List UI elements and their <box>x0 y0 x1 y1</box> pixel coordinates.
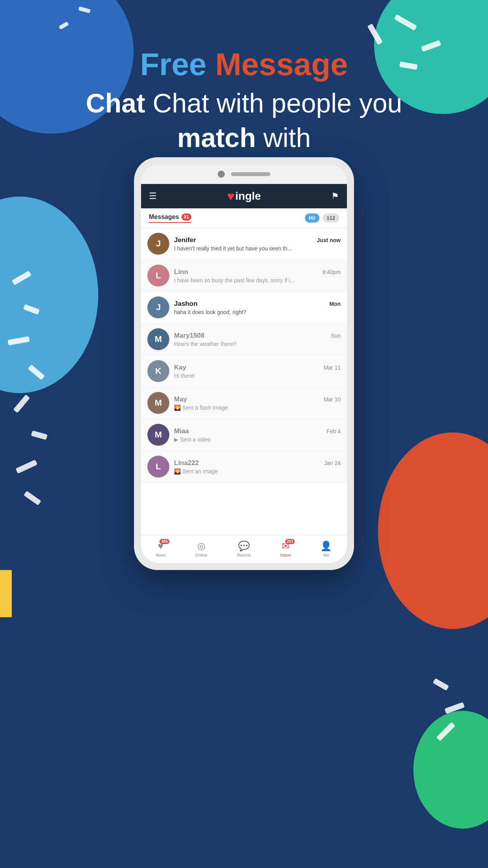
speaker <box>231 172 270 176</box>
message-name: Jashon <box>174 300 198 308</box>
message-time: Mon <box>329 301 341 307</box>
nav-item-online[interactable]: ◎Online <box>195 541 207 557</box>
message-content: Mary1508SunHow's the weather there? <box>174 332 341 347</box>
phone-inner: ☰ ♥ ingle ⚑ Messages 91 Hi! 112 <box>141 164 347 563</box>
avatar: L <box>147 265 169 287</box>
nav-item-me[interactable]: 👤Me <box>320 541 332 557</box>
messages-list: JJeniferJust nowI haven't really tried i… <box>141 228 347 535</box>
message-item[interactable]: MMayMar 10🌄 Sent a flash image <box>141 387 347 419</box>
nav-item-inbox[interactable]: ✉203Inbox <box>280 541 291 557</box>
app-logo-text: ingle <box>235 190 261 202</box>
menu-icon[interactable]: ☰ <box>149 191 157 201</box>
message-content: JashonMonhaha it does look good, right? <box>174 300 341 315</box>
bg-yellow-bar <box>0 570 12 617</box>
headline-message: Message <box>215 47 348 82</box>
message-preview: I haven't really tried it yet but have y… <box>174 245 341 252</box>
camera <box>218 171 225 178</box>
message-item[interactable]: MMiaaFeb 4▶ Sent a video <box>141 419 347 451</box>
avatar: J <box>147 233 169 255</box>
subheadline-line3: match with <box>0 120 488 155</box>
nav-item-meet[interactable]: ♥465Meet <box>156 541 165 557</box>
message-preview: 🌄 Sent a flash image <box>174 405 341 411</box>
message-name: Lina222 <box>174 459 199 467</box>
message-name: Kay <box>174 364 186 371</box>
message-content: Lina222Jan 24🌄 Sent an image <box>174 459 341 474</box>
message-name: Linn <box>174 268 188 276</box>
bg-circle-green <box>413 711 488 829</box>
message-preview: haha it does look good, right? <box>174 309 341 315</box>
bg-circle-red <box>378 432 488 629</box>
avatar: J <box>147 296 169 318</box>
message-preview: 🌄 Sent an image <box>174 468 341 474</box>
message-preview: Hi there! <box>174 373 341 379</box>
message-name: Jenifer <box>174 236 196 244</box>
message-preview: How's the weather there? <box>174 341 341 347</box>
num-badge[interactable]: 112 <box>323 213 339 223</box>
tab-messages-label: Messages <box>149 213 179 221</box>
meet-nav-label: Meet <box>156 553 165 557</box>
message-name: May <box>174 395 187 403</box>
online-nav-label: Online <box>195 553 207 557</box>
bottom-nav: ♥465Meet◎Online💬Rooms✉203Inbox👤Me <box>141 535 347 563</box>
headline: Free Message <box>0 47 488 82</box>
message-content: Linn9:40pmI have been so busy the past f… <box>174 268 341 283</box>
inbox-nav-label: Inbox <box>280 553 291 557</box>
avatar: M <box>147 328 169 350</box>
message-time: Sun <box>331 333 341 339</box>
avatar: M <box>147 392 169 414</box>
message-time: Just now <box>317 237 341 243</box>
message-name: Miaa <box>174 427 189 435</box>
tab-messages[interactable]: Messages 91 <box>149 213 191 223</box>
message-time: 9:40pm <box>322 269 341 275</box>
message-item[interactable]: LLina222Jan 24🌄 Sent an image <box>141 451 347 483</box>
phone-frame: ☰ ♥ ingle ⚑ Messages 91 Hi! 112 <box>134 157 354 570</box>
message-item[interactable]: JJeniferJust nowI haven't really tried i… <box>141 228 347 260</box>
photo-icon: 🌄 <box>174 468 182 474</box>
app-logo: ♥ ingle <box>227 189 261 204</box>
phone-notch <box>141 164 347 184</box>
tab-messages-badge: 91 <box>182 213 191 221</box>
inbox-nav-icon: ✉203 <box>282 541 290 552</box>
bg-circle-light-blue <box>0 197 98 393</box>
tab-icons: Hi! 112 <box>305 213 339 223</box>
video-icon: ▶ <box>174 436 180 443</box>
photo-icon: 🌄 <box>174 405 182 411</box>
message-content: KayMar 11Hi there! <box>174 364 341 379</box>
header-area: Free Message Chat Chat with people you m… <box>0 47 488 155</box>
message-item[interactable]: JJashonMonhaha it does look good, right? <box>141 292 347 324</box>
message-preview: I have been so busy the past few days, s… <box>174 277 341 283</box>
meet-nav-icon: ♥465 <box>158 541 163 552</box>
avatar: K <box>147 360 169 382</box>
headline-free: Free <box>140 47 206 82</box>
message-time: Mar 10 <box>323 396 341 403</box>
me-nav-icon: 👤 <box>320 541 332 552</box>
tab-bar: Messages 91 Hi! 112 <box>141 208 347 228</box>
avatar: L <box>147 456 169 478</box>
message-item[interactable]: LLinn9:40pmI have been so busy the past … <box>141 260 347 292</box>
message-time: Feb 4 <box>327 428 341 434</box>
rooms-nav-label: Rooms <box>237 553 251 557</box>
avatar: M <box>147 424 169 446</box>
flag-icon[interactable]: ⚑ <box>331 191 339 201</box>
hi-badge[interactable]: Hi! <box>305 213 319 223</box>
meet-badge: 465 <box>160 539 169 544</box>
app-header: ☰ ♥ ingle ⚑ <box>141 184 347 208</box>
subheadline-line2: Chat Chat with people you <box>0 86 488 120</box>
message-name: Mary1508 <box>174 332 205 340</box>
rooms-nav-icon: 💬 <box>238 541 250 552</box>
message-time: Mar 11 <box>323 364 341 371</box>
me-nav-label: Me <box>323 553 329 557</box>
app-content: ☰ ♥ ingle ⚑ Messages 91 Hi! 112 <box>141 184 347 563</box>
message-item[interactable]: KKayMar 11Hi there! <box>141 355 347 387</box>
message-content: MayMar 10🌄 Sent a flash image <box>174 395 341 411</box>
message-content: MiaaFeb 4▶ Sent a video <box>174 427 341 443</box>
message-content: JeniferJust nowI haven't really tried it… <box>174 236 341 252</box>
online-nav-icon: ◎ <box>197 541 205 552</box>
message-preview: ▶ Sent a video <box>174 436 341 443</box>
message-time: Jan 24 <box>324 460 341 466</box>
nav-item-rooms[interactable]: 💬Rooms <box>237 541 251 557</box>
message-item[interactable]: MMary1508SunHow's the weather there? <box>141 324 347 355</box>
inbox-badge: 203 <box>285 539 295 544</box>
